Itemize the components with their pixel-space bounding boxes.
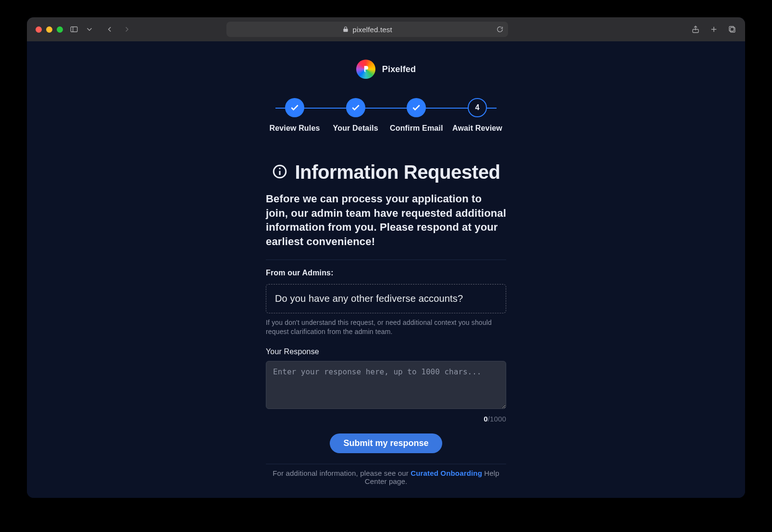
brand-name: Pixelfed: [382, 64, 416, 74]
lead-text: Before we can process your application t…: [266, 192, 506, 249]
char-count-max: 1000: [490, 415, 506, 423]
nav-group: [105, 25, 131, 34]
footer-line: For additional information, please see o…: [266, 469, 506, 485]
browser-titlebar: pixelfed.test: [27, 17, 745, 41]
url-text: pixelfed.test: [353, 25, 392, 34]
minimize-window-button[interactable]: [46, 26, 52, 33]
check-icon: [285, 98, 304, 117]
chevron-down-icon[interactable]: [85, 25, 94, 34]
step-confirm-email: Confirm Email: [387, 98, 445, 133]
step-label: Review Rules: [269, 124, 320, 133]
svg-rect-6: [729, 26, 734, 31]
step-your-details: Your Details: [327, 98, 385, 133]
forward-button[interactable]: [123, 25, 131, 34]
window-controls: [36, 26, 63, 33]
page-title: Information Requested: [295, 161, 500, 183]
response-label: Your Response: [266, 347, 506, 356]
svg-rect-0: [71, 27, 77, 32]
back-button[interactable]: [105, 25, 114, 34]
step-label: Await Review: [452, 124, 502, 133]
share-icon[interactable]: [691, 25, 700, 34]
char-count-current: 0: [484, 415, 488, 423]
pixelfed-logo: [356, 60, 375, 79]
footer-link[interactable]: Curated Onboarding: [411, 469, 482, 477]
address-bar[interactable]: pixelfed.test: [226, 22, 508, 37]
divider: [266, 464, 506, 464]
new-tab-icon[interactable]: [710, 25, 718, 34]
svg-point-9: [279, 167, 281, 169]
check-icon: [346, 98, 365, 117]
admin-label: From our Admins:: [266, 269, 506, 277]
close-window-button[interactable]: [36, 26, 42, 33]
admin-help-text: If you don't understand this request, or…: [266, 318, 506, 337]
browser-window: pixelfed.test Pixelfed: [27, 17, 745, 498]
reload-button[interactable]: [497, 26, 503, 33]
step-await-review: 4 Await Review: [448, 98, 506, 133]
step-label: Your Details: [333, 124, 378, 133]
toolbar-right: [691, 25, 736, 34]
main-content: Information Requested Before we can proc…: [266, 161, 506, 485]
brand-row: Pixelfed: [150, 60, 622, 79]
char-counter: 0/1000: [266, 415, 506, 423]
lock-icon: [342, 26, 349, 33]
step-review-rules: Review Rules: [266, 98, 324, 133]
sidebar-toggle-icon[interactable]: [70, 25, 78, 34]
maximize-window-button[interactable]: [57, 26, 63, 33]
svg-rect-5: [730, 27, 735, 32]
page-content: Pixelfed Review Rules Your D: [150, 41, 622, 498]
step-label: Confirm Email: [390, 124, 443, 133]
check-icon: [407, 98, 426, 117]
tabs-overview-icon[interactable]: [728, 25, 736, 34]
page-viewport: Pixelfed Review Rules Your D: [27, 41, 745, 498]
heading-row: Information Requested: [266, 161, 506, 183]
submit-button[interactable]: Submit my response: [330, 433, 442, 453]
info-icon: [272, 163, 288, 182]
stepper: Review Rules Your Details Confirm Email: [266, 98, 506, 133]
step-number: 4: [468, 98, 487, 117]
admin-message-box: Do you have any other fediverse accounts…: [266, 284, 506, 313]
response-input[interactable]: [266, 361, 506, 409]
divider: [266, 260, 506, 260]
footer-prefix: For additional information, please see o…: [273, 469, 411, 477]
